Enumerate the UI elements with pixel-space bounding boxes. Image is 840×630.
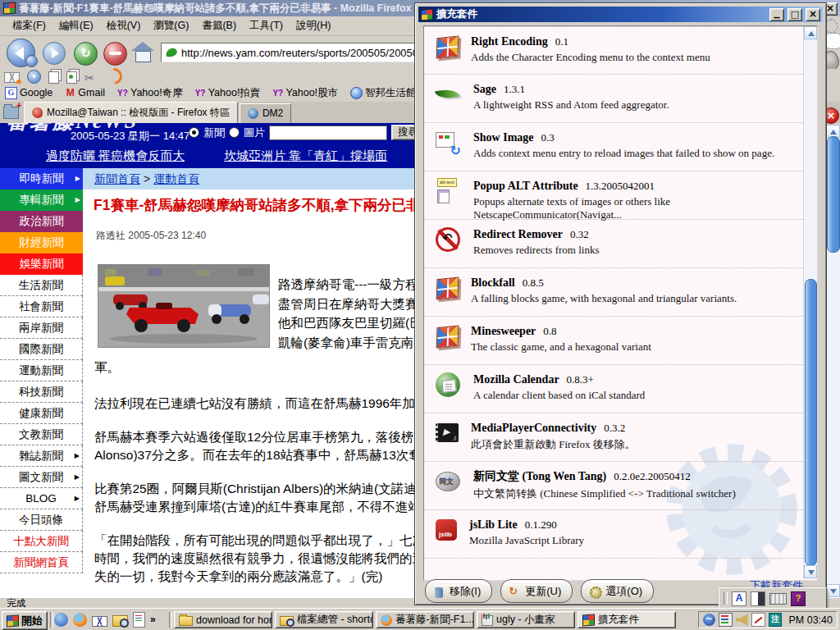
menu-item[interactable]: 編輯(E) xyxy=(53,17,99,34)
sidebar-category[interactable]: 娛樂新聞 xyxy=(0,253,83,275)
keyboard-icon[interactable] xyxy=(769,593,787,605)
extension-item[interactable]: Sage1.3.1 A lightweight RSS and Atom fee… xyxy=(424,75,804,123)
ime-halfwidth-icon[interactable] xyxy=(751,591,765,606)
quick-launch-icon[interactable] xyxy=(133,612,145,628)
tray-volume-icon[interactable] xyxy=(736,614,748,626)
dialog-button[interactable]: 移除(I) xyxy=(425,579,492,603)
copy-pages-icon[interactable] xyxy=(48,71,59,84)
dialog-close-button[interactable] xyxy=(806,8,820,21)
scrollbar-thumb[interactable] xyxy=(827,136,840,253)
sidebar-category[interactable]: BLOG ▶ xyxy=(0,488,83,509)
dialog-minimize-button[interactable] xyxy=(769,8,784,21)
extension-item[interactable]: 新同文堂 (Tong Wen Tang)0.2.0e2.20050412 中文繁… xyxy=(424,462,804,510)
sidebar-category[interactable]: 文教新聞 xyxy=(0,424,83,445)
headline-link[interactable]: 坎城亞洲片 靠「青紅」撐場面 xyxy=(224,148,387,164)
sidebar-category[interactable]: 生活新聞 xyxy=(0,275,83,296)
dialog-titlebar[interactable]: 擴充套件 xyxy=(418,7,823,22)
tray-scheduler-icon[interactable] xyxy=(719,613,733,627)
radio-news[interactable] xyxy=(189,127,199,138)
sidebar-category[interactable]: 科技新聞 xyxy=(0,381,83,403)
tray-pen-icon[interactable] xyxy=(751,613,765,627)
download-icon[interactable] xyxy=(27,70,41,84)
forward-button[interactable] xyxy=(43,42,66,65)
extension-item[interactable]: MediaPlayerConnectivity0.3.2 此項會於重新啟動 Fi… xyxy=(424,413,804,462)
home-button[interactable] xyxy=(131,41,154,64)
ime-language-bar[interactable] xyxy=(719,587,827,609)
browser-tab[interactable]: DM2 xyxy=(240,103,291,123)
menu-item[interactable]: 工具(T) xyxy=(244,17,289,34)
extension-item[interactable]: Popup ALT Attribute1.3.2005042001 Popups… xyxy=(424,171,804,220)
task-button[interactable]: 檔案總管 - shortcuts xyxy=(275,611,373,628)
task-button[interactable]: 蕃薯藤-新聞-F1... xyxy=(376,611,474,628)
breadcrumb-section-link[interactable]: 運動首頁 xyxy=(153,172,199,185)
sidebar-category[interactable]: 專輯新聞 ▶ xyxy=(0,189,83,211)
ime-help-icon[interactable] xyxy=(791,591,806,606)
sidebar-category[interactable]: 兩岸新聞 xyxy=(0,317,83,339)
bookmark-item[interactable]: Google xyxy=(5,87,52,99)
reload-button[interactable] xyxy=(74,42,98,66)
menu-item[interactable]: 瀏覽(G) xyxy=(148,17,194,34)
extension-item[interactable]: Minesweeper0.8 The classic game, and a h… xyxy=(424,317,804,365)
sidebar-category[interactable]: 財經新聞 xyxy=(0,232,83,253)
scroll-down-arrow[interactable] xyxy=(826,584,840,597)
scroll-up-arrow[interactable] xyxy=(804,26,817,39)
dialog-maximize-button[interactable] xyxy=(788,8,802,21)
sidebar-category[interactable]: 圖文新聞 ▶ xyxy=(0,467,83,488)
start-button[interactable]: 開始 xyxy=(2,611,48,630)
extension-item[interactable]: Show Image0.3 Adds context menu entry to… xyxy=(424,123,804,171)
stop-button[interactable] xyxy=(103,42,127,66)
ime-mode-icon[interactable] xyxy=(732,591,746,606)
sidebar-category[interactable]: 即時新聞 ▶ xyxy=(0,168,83,189)
quick-launch-overflow[interactable]: » xyxy=(150,613,156,627)
menu-item[interactable]: 書籤(B) xyxy=(196,17,242,34)
tray-ime-icon[interactable] xyxy=(769,613,783,627)
tray-network-icon[interactable] xyxy=(703,614,715,626)
bookmark-item[interactable]: Yahoo!股市 xyxy=(272,86,338,100)
bookmark-item[interactable]: Yahoo!奇摩 xyxy=(117,86,183,100)
task-button[interactable]: download for home xyxy=(174,611,272,628)
page-scrollbar[interactable] xyxy=(825,125,840,597)
sidebar-category[interactable]: 社會新聞 xyxy=(0,296,83,317)
quick-launch-icon[interactable] xyxy=(54,613,68,627)
mail-icon[interactable] xyxy=(4,72,20,83)
bookmark-folder-icon[interactable] xyxy=(3,107,19,119)
quick-launch-icon[interactable] xyxy=(92,616,107,627)
quick-launch-icon[interactable] xyxy=(73,613,87,627)
extension-item[interactable]: jsL​ib Lite0.1.290 Mozilla JavaScript Li… xyxy=(424,510,804,559)
menu-item[interactable]: 檢視(V) xyxy=(101,17,147,34)
back-button[interactable] xyxy=(7,39,35,67)
menu-item[interactable]: 檔案(F) xyxy=(7,17,52,34)
bookmark-item[interactable]: Gmail xyxy=(65,87,105,98)
scroll-down-arrow[interactable] xyxy=(804,565,817,578)
menu-item[interactable]: 說明(H) xyxy=(290,17,336,34)
radio-image[interactable] xyxy=(229,127,240,138)
sidebar-category[interactable]: 政治新聞 xyxy=(0,211,83,232)
sidebar-category[interactable]: 今日頭條 xyxy=(0,509,83,531)
paste-pages-icon[interactable] xyxy=(66,71,77,84)
sidebar-category[interactable]: 雜誌新聞 ▶ xyxy=(0,445,83,467)
extension-item[interactable]: Right Encoding0.1 Adds the Character Enc… xyxy=(424,26,804,75)
sidebar-category[interactable]: 國際新聞 xyxy=(0,339,83,360)
extension-item[interactable]: Redirect Remover0.32 Removes redirects f… xyxy=(424,220,804,268)
dialog-button[interactable]: 更新(U) xyxy=(500,579,573,603)
headline-link[interactable]: 過度防曬 罹癌機會反而大 xyxy=(46,148,185,164)
dialog-button[interactable]: 選項(O) xyxy=(581,579,654,603)
task-button[interactable]: ugly - 小畫家 xyxy=(477,611,575,628)
breadcrumb-home-link[interactable]: 新聞首頁 xyxy=(94,172,140,185)
task-button[interactable]: 擴充套件 xyxy=(578,611,676,628)
sidebar-category[interactable]: 新聞網首頁 xyxy=(0,552,83,573)
bookmark-item[interactable]: 智邦生活館 xyxy=(350,86,417,100)
search-input[interactable] xyxy=(269,126,387,140)
drag-handle[interactable] xyxy=(724,592,728,605)
extension-item[interactable]: Blockfall0.8.5 A falling blocks game, wi… xyxy=(424,268,804,317)
scrollbar-thumb[interactable] xyxy=(805,279,817,566)
sidebar-category[interactable]: 十點大新聞 xyxy=(0,531,83,552)
sidebar-category[interactable]: 運動新聞 xyxy=(0,360,83,381)
extension-item[interactable]: Mozilla Calendar0.8.3+ A calendar client… xyxy=(424,365,804,413)
bookmark-item[interactable]: Yahoo!拍賣 xyxy=(195,86,261,100)
quick-launch-icon[interactable] xyxy=(112,615,128,627)
sidebar-category[interactable]: 健康新聞 xyxy=(0,403,83,424)
browser-tab[interactable]: Mozilla@Taiwan :: 檢視版面 - Firefox 特區 xyxy=(24,102,238,123)
cut-icon[interactable] xyxy=(84,71,98,83)
extensions-scrollbar[interactable] xyxy=(803,26,817,578)
